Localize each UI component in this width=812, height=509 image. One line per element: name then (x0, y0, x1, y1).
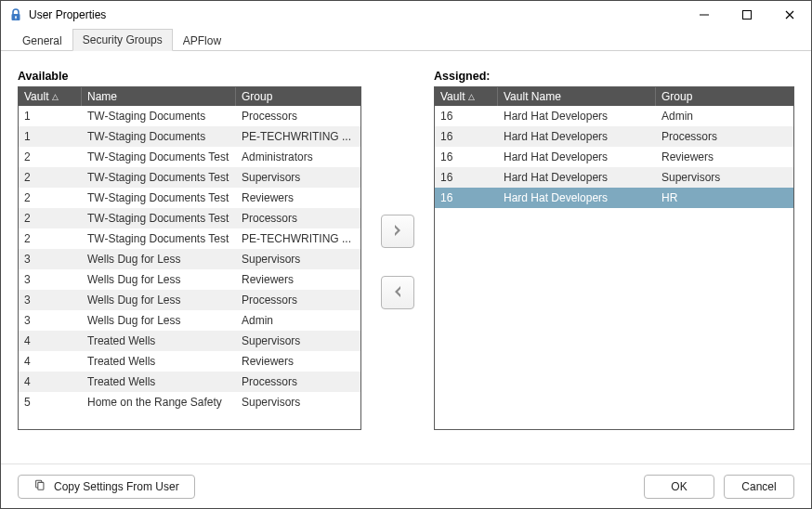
table-row[interactable]: 4Treated WellsSupervisors (19, 331, 360, 351)
cell-group: PE-TECHWRITING ... (236, 130, 360, 143)
cell-group: Supervisors (236, 171, 360, 184)
assign-button[interactable] (381, 215, 414, 248)
cell-name: Hard Hat Developers (498, 110, 656, 123)
chevron-right-icon (390, 223, 405, 241)
assigned-header-name[interactable]: Vault Name (498, 87, 656, 106)
cell-vault: 4 (19, 375, 82, 388)
tab-security-groups[interactable]: Security Groups (72, 29, 173, 51)
tab-general[interactable]: General (12, 30, 72, 51)
cell-group: Supervisors (236, 396, 360, 409)
copy-settings-button[interactable]: Copy Settings From User (18, 475, 195, 499)
cell-name: TW-Staging Documents (82, 110, 236, 123)
cell-group: Reviewers (236, 191, 360, 204)
cell-name: Treated Wells (82, 355, 236, 368)
table-row[interactable]: 4Treated WellsProcessors (19, 372, 360, 392)
cell-group: Administrators (236, 150, 360, 163)
sort-asc-icon: △ (52, 92, 59, 101)
unassign-button[interactable] (381, 276, 414, 309)
cancel-button[interactable]: Cancel (724, 475, 794, 499)
available-header-name[interactable]: Name (82, 87, 236, 106)
cell-name: Wells Dug for Less (82, 273, 236, 286)
cell-vault: 2 (19, 171, 82, 184)
assigned-header: Vault △ Vault Name Group (435, 87, 793, 106)
cell-group: Supervisors (236, 334, 360, 347)
cell-vault: 3 (19, 253, 82, 266)
cell-name: Hard Hat Developers (498, 171, 656, 184)
assigned-list[interactable]: Vault △ Vault Name Group 16Hard Hat Deve… (434, 86, 794, 430)
available-list[interactable]: Vault △ Name Group 1TW-Staging Documents… (18, 86, 361, 430)
assigned-label: Assigned: (434, 70, 794, 83)
cell-name: Wells Dug for Less (82, 314, 236, 327)
table-row[interactable]: 4Treated WellsReviewers (19, 351, 360, 372)
table-row[interactable]: 16Hard Hat DevelopersSupervisors (435, 167, 793, 188)
table-row[interactable]: 2TW-Staging Documents TestReviewers (19, 188, 360, 208)
title-bar: User Properties (1, 1, 811, 29)
cell-group: Processors (656, 130, 793, 143)
table-row[interactable]: 3Wells Dug for LessSupervisors (19, 249, 360, 269)
cell-group: Reviewers (236, 355, 360, 368)
table-row[interactable]: 2TW-Staging Documents TestProcessors (19, 208, 360, 228)
cell-name: TW-Staging Documents Test (82, 212, 236, 225)
table-row[interactable]: 16Hard Hat DevelopersHR (435, 188, 793, 208)
chevron-left-icon (390, 284, 405, 302)
cell-group: Supervisors (656, 171, 793, 184)
available-rows[interactable]: 1TW-Staging DocumentsProcessors1TW-Stagi… (19, 106, 360, 429)
available-header-vault[interactable]: Vault △ (19, 87, 82, 106)
cell-vault: 3 (19, 294, 82, 307)
table-row[interactable]: 16Hard Hat DevelopersAdmin (435, 106, 793, 126)
table-row[interactable]: 16Hard Hat DevelopersProcessors (435, 126, 793, 147)
cell-vault: 16 (435, 191, 498, 204)
cell-vault: 16 (435, 130, 498, 143)
cell-name: Wells Dug for Less (82, 253, 236, 266)
minimize-button[interactable] (683, 1, 726, 29)
cell-group: Processors (236, 375, 360, 388)
copy-icon (33, 478, 46, 494)
table-row[interactable]: 2TW-Staging Documents TestAdministrators (19, 147, 360, 167)
cell-vault: 3 (19, 314, 82, 327)
table-row[interactable]: 3Wells Dug for LessReviewers (19, 269, 360, 290)
cell-vault: 16 (435, 171, 498, 184)
ok-button[interactable]: OK (644, 475, 714, 499)
svg-rect-6 (38, 482, 44, 489)
transfer-buttons (361, 70, 434, 454)
table-row[interactable]: 3Wells Dug for LessProcessors (19, 290, 360, 310)
cell-name: Wells Dug for Less (82, 294, 236, 307)
table-row[interactable]: 16Hard Hat DevelopersReviewers (435, 147, 793, 167)
cell-name: Hard Hat Developers (498, 150, 656, 163)
available-header-group[interactable]: Group (236, 87, 360, 106)
cell-group: Reviewers (236, 273, 360, 286)
sort-asc-icon: △ (468, 92, 475, 101)
table-row[interactable]: 5Home on the Range SafetySupervisors (19, 392, 360, 412)
cell-group: PE-TECHWRITING ... (236, 232, 360, 245)
assigned-header-vault[interactable]: Vault △ (435, 87, 498, 106)
table-row[interactable]: 3Wells Dug for LessAdmin (19, 310, 360, 331)
available-label: Available (18, 70, 361, 83)
close-button[interactable] (768, 1, 811, 29)
cell-vault: 2 (19, 232, 82, 245)
assigned-rows[interactable]: 16Hard Hat DevelopersAdmin16Hard Hat Dev… (435, 106, 793, 429)
svg-rect-2 (16, 18, 17, 20)
cell-vault: 2 (19, 212, 82, 225)
available-section: Available Vault △ Name Group 1TW-Staging… (18, 70, 361, 454)
cell-vault: 4 (19, 334, 82, 347)
assigned-header-group[interactable]: Group (656, 87, 793, 106)
cell-vault: 2 (19, 150, 82, 163)
cell-group: Admin (656, 110, 793, 123)
cell-group: Admin (236, 314, 360, 327)
cell-vault: 16 (435, 150, 498, 163)
cell-group: Processors (236, 294, 360, 307)
table-row[interactable]: 2TW-Staging Documents TestSupervisors (19, 167, 360, 188)
window-title: User Properties (29, 8, 106, 21)
cell-name: TW-Staging Documents Test (82, 171, 236, 184)
table-row[interactable]: 1TW-Staging DocumentsPE-TECHWRITING ... (19, 126, 360, 147)
tab-bar: General Security Groups APFlow (1, 29, 811, 51)
cell-name: TW-Staging Documents Test (82, 191, 236, 204)
cell-vault: 3 (19, 273, 82, 286)
table-row[interactable]: 2TW-Staging Documents TestPE-TECHWRITING… (19, 228, 360, 249)
lock-icon (8, 7, 23, 22)
maximize-button[interactable] (726, 1, 768, 29)
cell-name: Hard Hat Developers (498, 191, 656, 204)
tab-apflow[interactable]: APFlow (173, 30, 231, 51)
available-header: Vault △ Name Group (19, 87, 360, 106)
table-row[interactable]: 1TW-Staging DocumentsProcessors (19, 106, 360, 126)
